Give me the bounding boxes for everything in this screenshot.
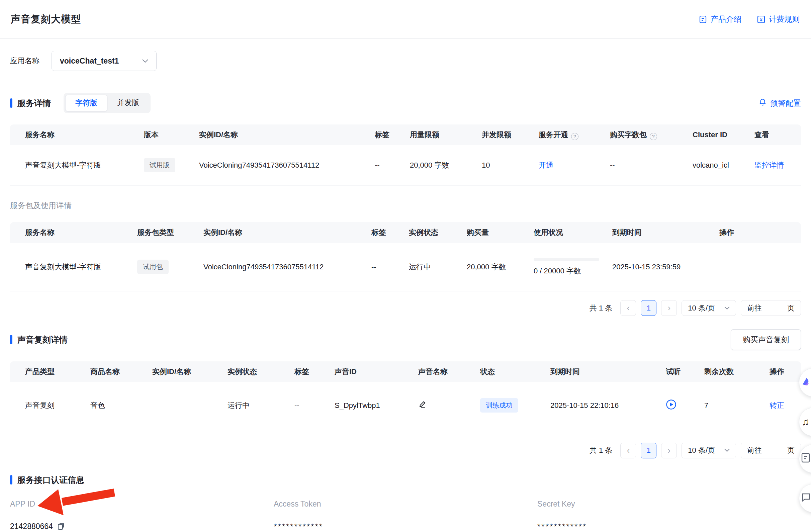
cell-cluster-id: volcano_icl [692,145,754,185]
access-token-label: Access Token [274,500,537,508]
app-id-value: 2142880664 [10,522,53,531]
goto-prefix: 前往 [747,303,762,313]
access-token-value: ************ [274,522,323,531]
prev-page-button[interactable]: ‹ [620,300,636,316]
page-size-select[interactable]: 10 条/页 [682,300,736,316]
promote-link[interactable]: 转正 [769,401,784,410]
usage-progress-text: 0 / 20000 字数 [534,266,612,276]
monitor-detail-link[interactable]: 监控详情 [754,161,784,169]
col-service-name: 服务名称 [10,124,144,145]
cell-usage-limit: 20,000 字数 [410,145,482,185]
cell-word-pack: -- [610,145,692,185]
service-detail-header: 服务详情 字符版 并发版 预警配置 [10,93,801,113]
col-service-activation: 服务开通? [539,124,610,145]
secret-key-value: ************ [537,522,587,531]
copy-icon[interactable] [57,522,64,530]
col-actions: 操作 [769,361,801,382]
auth-section-title: 服务接口认证信息 [10,474,84,486]
page-number-button[interactable]: 1 [641,443,656,458]
voice-detail-title-text: 声音复刻详情 [17,334,67,345]
col-status: 状态 [480,361,550,382]
chat-icon [801,492,811,504]
next-page-button[interactable]: › [661,443,677,458]
voice-table-header-row: 产品类型 商品名称 实例ID/名称 实例状态 标签 声音ID 声音名称 状态 到… [10,361,801,382]
col-service-activation-label: 服务开通 [539,131,568,139]
billing-rules-link[interactable]: ¥ 计费规则 [757,14,800,25]
next-page-button[interactable]: › [661,300,677,316]
col-word-pack: 购买字数包? [610,124,692,145]
col-word-pack-label: 购买字数包 [610,131,647,139]
prev-page-button[interactable]: ‹ [620,443,636,458]
package-table: 服务名称 服务包类型 实例ID/名称 标签 实例状态 购买量 使用状况 到期时间… [10,222,801,292]
cell-activate: 开通 [539,145,610,185]
col-instance-status: 实例状态 [409,222,467,243]
cell-tag: -- [294,382,335,429]
col-instance-id: 实例ID/名称 [203,222,371,243]
cell-version: 试用版 [144,145,199,185]
help-icon[interactable]: ? [571,133,579,140]
tab-concurrent-version[interactable]: 并发版 [107,95,149,111]
doc-icon [801,452,811,466]
alert-config-label: 预警配置 [770,98,801,108]
section-accent-bar [10,98,12,108]
cell-service-name: 声音复刻大模型-字符版 [10,243,137,291]
col-tag: 标签 [371,222,409,243]
col-instance-status: 实例状态 [228,361,294,382]
cell-instance-status: 运行中 [228,382,294,429]
cell-audition [666,382,704,429]
auth-section-header: 服务接口认证信息 [10,474,801,486]
version-tabs: 字符版 并发版 [64,93,151,113]
voice-table: 产品类型 商品名称 实例ID/名称 实例状态 标签 声音ID 声音名称 状态 到… [10,361,801,429]
total-count: 共 1 条 [590,303,612,313]
page-number-button[interactable]: 1 [641,300,656,316]
cell-tag: -- [371,243,409,291]
secret-key-label: Secret Key [537,500,801,508]
col-expire-time: 到期时间 [550,361,666,382]
tab-character-version[interactable]: 字符版 [65,95,107,111]
product-intro-link[interactable]: 产品介绍 [699,14,741,25]
page-size-select[interactable]: 10 条/页 [682,443,736,458]
section-accent-bar [10,475,12,485]
cell-product-type: 声音复刻 [10,382,90,429]
app-selector-row: 应用名称 voiceChat_test1 [10,51,801,71]
product-intro-label: 产品介绍 [710,14,741,25]
voice-detail-header: 声音复刻详情 购买声音复刻 [10,329,801,350]
trial-pack-badge: 试用包 [137,260,169,274]
col-package-type: 服务包类型 [137,222,203,243]
chevron-down-icon [724,306,730,310]
cell-tag: -- [375,145,410,185]
auth-section-title-text: 服务接口认证信息 [17,474,84,486]
service-detail-title: 服务详情 [10,98,51,109]
col-cluster-id: Cluster ID [692,124,754,145]
col-usage-limit: 用量限额 [410,124,482,145]
train-success-badge: 训练成功 [480,398,518,413]
service-detail-left: 服务详情 字符版 并发版 [10,93,151,113]
help-icon[interactable]: ? [650,133,657,140]
package-table-header-row: 服务名称 服务包类型 实例ID/名称 标签 实例状态 购买量 使用状况 到期时间… [10,222,801,243]
activate-link[interactable]: 开通 [539,161,553,169]
document-icon [699,15,707,24]
col-service-name: 服务名称 [10,222,137,243]
buy-voice-cloning-button[interactable]: 购买声音复刻 [731,329,801,350]
page-size-value: 10 条/页 [688,445,715,455]
package-pagination: 共 1 条 ‹ 1 › 10 条/页 前往 页 [10,300,801,316]
col-product-type: 产品类型 [10,361,90,382]
bell-icon [759,98,767,108]
app-name-select[interactable]: voiceChat_test1 [51,51,157,71]
col-purchased: 购买量 [467,222,534,243]
service-table-row: 声音复刻大模型-字符版 试用版 VoiceCloning749354173607… [10,145,801,185]
auth-credentials: APP ID 2142880664 Access Token *********… [10,500,801,531]
cell-purchased: 20,000 字数 [467,243,534,291]
assistant-icon [800,376,811,390]
edit-pencil-icon[interactable] [418,400,427,409]
alert-config-link[interactable]: 预警配置 [759,98,801,108]
play-icon[interactable] [666,399,676,410]
cell-product-name: 音色 [90,382,152,429]
top-bar: 声音复刻大模型 产品介绍 ¥ 计费规则 [0,0,811,39]
goto-page-input[interactable]: 前往 页 [741,443,801,458]
col-voice-id: 声音ID [335,361,418,382]
col-view: 查看 [754,124,801,145]
col-tag: 标签 [375,124,410,145]
goto-page-input[interactable]: 前往 页 [741,300,801,316]
cell-service-name: 声音复刻大模型-字符版 [10,145,144,185]
